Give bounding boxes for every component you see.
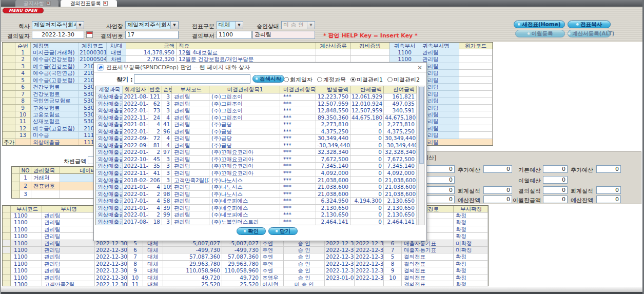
table-row[interactable]: 외상매출금2021-01-00439관리팀(주)네오피에스***2,130,65…	[96, 205, 418, 212]
radio-icon[interactable]	[284, 77, 289, 82]
radio-icon[interactable]	[387, 77, 393, 82]
ok-button[interactable]: 확인	[237, 227, 266, 235]
cell: 206	[148, 177, 162, 184]
tab-slip-entry-label: 결의전표등록	[70, 0, 101, 7]
header-cell: 계산서종류	[316, 43, 351, 49]
tab-close-icon[interactable]: x	[46, 1, 51, 6]
table-row[interactable]: 외상매출금2022-01-00296관리팀(주)금당***4,375,25004…	[96, 128, 418, 135]
close-button[interactable]: 닫기	[268, 227, 298, 235]
cell: 7	[128, 253, 143, 260]
table-row[interactable]: 외상매출금2017-01-00458관리팀(주)네오피에스***6,324,95…	[96, 198, 418, 205]
cell: 1100	[11, 247, 42, 253]
table-row[interactable]: 1100관리팀2022-12-3010대체49,72049,720조영우승 인2…	[3, 275, 488, 281]
header-cell: 차/대	[107, 43, 126, 49]
dept-name-field: 관리팀	[252, 31, 315, 39]
cell: 1300	[11, 281, 42, 286]
table-row[interactable]: 외상매출금2022-09-30724관리팀(주)금당***30,349,4400…	[96, 135, 418, 142]
cell: 예수금(국민연금)	[31, 70, 79, 76]
header-cell: 회계일자	[123, 86, 148, 93]
copy-slip-button[interactable]: 전표복사	[568, 21, 611, 28]
calendar-icon[interactable]	[86, 31, 93, 38]
radio-icon[interactable]	[317, 77, 322, 82]
cell: 2,273,810	[316, 121, 350, 128]
table-row[interactable]: 외상매출금2017-08-01183관리팀(주)노블인더스트리***2,464,…	[96, 219, 418, 225]
tab-close-icon[interactable]: x	[103, 1, 108, 6]
radio-option[interactable]: 미결관리1	[350, 76, 383, 84]
cell: 결의전표	[402, 275, 454, 281]
cell: 121	[148, 93, 162, 101]
menu-open-button[interactable]: MENU OPEN	[3, 8, 44, 13]
cell: 외상매출금	[96, 163, 123, 170]
tab-notice[interactable]: 공지사항 x	[15, 0, 58, 7]
radio-option[interactable]: 미결관리2	[387, 76, 420, 84]
cell: 확정	[454, 219, 488, 226]
table-row[interactable]: 1100관리팀2022-12-309대체110,058,960110,058,9…	[3, 267, 488, 274]
scrollbar-thumb[interactable]	[419, 87, 424, 164]
cell: 3	[20, 190, 31, 199]
slip-no-input[interactable]: 17	[125, 31, 179, 39]
cell: 외상매출금	[96, 211, 123, 219]
chevron-down-icon[interactable]: ▼	[235, 22, 243, 29]
budget-field: 0	[424, 195, 455, 203]
header-cell: 반제금액	[350, 86, 384, 93]
popup-scrollbar[interactable]	[418, 86, 425, 225]
cell	[12, 190, 20, 199]
dept-code-input[interactable]: 1100	[217, 31, 251, 39]
table-row[interactable]: 1100관리팀2022-12-306대체-499,730-499,730주엔승 …	[3, 247, 488, 253]
table-row[interactable]: 외상매출금2021-01-00441관리팀(주)금당***2,273,81002…	[96, 121, 418, 128]
chevron-down-icon[interactable]: ▼	[170, 22, 178, 29]
cell: 7,672,500	[316, 156, 350, 163]
new-slip-button[interactable]: 새전표(Home)	[514, 21, 565, 28]
cell: 2022-09-30	[123, 142, 148, 149]
table-row[interactable]: 1100관리팀2022-12-307대체57,087,36057,087,360…	[3, 253, 488, 260]
search-start-button[interactable]: 검색시작	[252, 75, 284, 83]
cell: 2	[148, 149, 162, 156]
find-input[interactable]	[134, 74, 250, 84]
table-row[interactable]: 외상매출금2022-01-31733관리팀(주)그린조이***12,848,55…	[96, 107, 418, 114]
table-row[interactable]: 외상매출금2021-01-004109관리팀(주)나노시스***21,038,6…	[96, 184, 418, 191]
cell: 관리팀	[172, 198, 209, 205]
table-row[interactable]: 외상매출금2021-08-311213관리팀(주)그린조이***12,223,7…	[96, 93, 418, 101]
cell: 0	[350, 121, 384, 128]
cell: 결의전표	[402, 281, 454, 286]
table-row[interactable]: 외상매출금2018-02-282063고객만족2팀(J2(주)나노시스***21…	[96, 177, 418, 184]
table-row[interactable]: 외상매출금2022-01-00299관리팀(주)네오피에스***2,130,65…	[96, 211, 418, 219]
cell: 4,092,000	[384, 170, 417, 177]
table-row[interactable]: 외상매출금2022-11-30413관리팀(주)꼬매요코리아***4,092,0…	[96, 170, 418, 177]
close-icon[interactable]: ✕	[417, 63, 422, 73]
cell	[3, 91, 15, 97]
cell: 1	[20, 174, 31, 182]
cell: 2022-12-30	[95, 281, 128, 286]
slip-type-select[interactable]: 대체 ▼	[217, 21, 243, 29]
date-input[interactable]: 2022-12-30	[32, 31, 84, 39]
radio-icon-selected[interactable]	[350, 77, 356, 82]
cell: 10	[15, 111, 31, 118]
debit-amount-label: 차변금액	[63, 158, 86, 165]
table-row[interactable]: 외상매출금2022-11-30353관리팀(주)꼬매요코리아***7,345,1…	[96, 163, 418, 170]
cell: 2021-01-00	[123, 205, 148, 212]
table-row[interactable]: 외상매출금2022-10-31453관리팀(주)꼬매요코리아***7,672,5…	[96, 156, 418, 163]
table-row[interactable]: 1미지급금(거래처)21000301대변14,378,95012월 4대보험료1…	[3, 49, 493, 56]
cell	[3, 226, 11, 233]
table-row[interactable]: 외상매출금2022-09-30814관리팀(주)금당***-30,349,440…	[96, 142, 418, 149]
table-row[interactable]: 외상매출금2022-01-00298관리팀(주)나노시스***21,038,60…	[96, 191, 418, 198]
radio-option[interactable]: 회계일자	[284, 76, 313, 84]
chevron-down-icon[interactable]: ▼	[76, 22, 84, 29]
cell: (주)꼬매요코리아	[209, 163, 280, 170]
popup-title-bar[interactable]: e 전표세부항목(SPNDCDPop) 팝업 -- 웹 페이지 대화 상자 ✕	[94, 63, 426, 73]
cell	[3, 212, 11, 219]
tab-slip-entry[interactable]: 결의전표등록 x	[61, 0, 117, 7]
cell	[3, 63, 15, 70]
table-row[interactable]: 외상매출금2022-01-00297관리팀(주)꼬매요코리아***32,328,…	[96, 149, 418, 156]
table-row[interactable]: 외상매출금2022-11-30244관리팀(주)그린조이***89,350,36…	[96, 114, 418, 122]
table-row[interactable]: 외상매출금2022-01-31623관리팀(주)그린조이***12,507,95…	[96, 101, 418, 108]
company-select[interactable]: 제일저지주식회사 ▼	[32, 21, 84, 29]
cell: 8	[15, 97, 31, 104]
table-row[interactable]: 1300고객만족2팀2022-12-3011대체25,52025,520이시현미…	[3, 281, 488, 286]
cell: 관리팀	[420, 49, 459, 56]
table-row[interactable]: 1100관리팀2022-12-308대체29,963,78029,963,780…	[3, 261, 488, 267]
site-select[interactable]: 제일저지주식회사 ▼	[125, 21, 179, 29]
radio-option[interactable]: 계정과목	[317, 76, 346, 84]
cell: 12,848,550	[316, 107, 350, 114]
approval-select: 미 승 인 ▼	[281, 21, 315, 29]
